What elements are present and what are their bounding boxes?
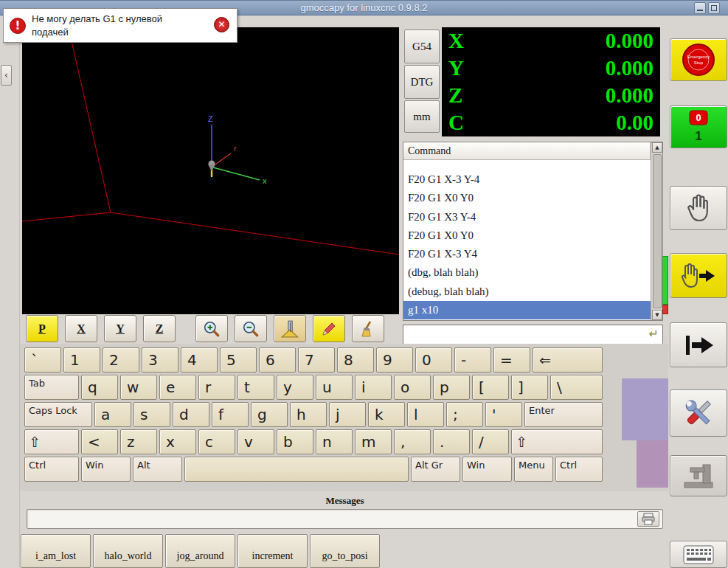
key-w[interactable]: w — [120, 375, 157, 400]
key-enter[interactable]: Enter — [524, 402, 603, 427]
key-ctrl[interactable]: Ctrl — [24, 457, 79, 482]
command-history-item[interactable]: F20 G1 X-3 Y-4 — [403, 170, 651, 189]
ref-system-button[interactable]: G54 — [404, 30, 440, 63]
key-bracket-left[interactable]: [ — [472, 375, 509, 400]
key-backslash[interactable]: \ — [550, 375, 603, 400]
key-n[interactable]: n — [316, 429, 353, 454]
key-6[interactable]: 6 — [259, 347, 296, 373]
dtg-button[interactable]: DTG — [404, 65, 440, 99]
maximize-button[interactable] — [708, 2, 720, 14]
dimensions-button[interactable] — [274, 315, 306, 342]
key-comma[interactable]: , — [394, 429, 431, 454]
key-q[interactable]: q — [81, 375, 118, 400]
minimize-button[interactable] — [694, 2, 706, 14]
key-t[interactable]: t — [238, 375, 274, 400]
key-x[interactable]: x — [159, 429, 196, 454]
key-ctrl[interactable]: Ctrl — [555, 457, 603, 482]
history-scrollbar[interactable]: ▲ ▼ — [651, 142, 662, 320]
key-u[interactable]: u — [316, 375, 353, 400]
user-tab-button[interactable] — [670, 455, 727, 496]
manual-mode-button[interactable] — [670, 186, 727, 230]
key-4[interactable]: 4 — [181, 347, 218, 373]
scroll-up-icon[interactable]: ▲ — [652, 142, 662, 153]
gremlin-preview[interactable]: Z x r — [22, 27, 399, 314]
key-k[interactable]: k — [368, 402, 405, 427]
key-9[interactable]: 9 — [376, 347, 413, 373]
macro-button-halo_world[interactable]: halo_world — [93, 534, 163, 568]
key-r[interactable]: r — [198, 375, 235, 400]
units-button[interactable]: mm — [404, 100, 440, 133]
key-d[interactable]: d — [173, 402, 209, 427]
key-y[interactable]: y — [277, 375, 313, 400]
key-backspace[interactable]: ⇐ — [533, 347, 603, 373]
key-5[interactable]: 5 — [220, 347, 257, 373]
key-b[interactable]: b — [277, 429, 313, 454]
key-apostrophe[interactable]: ' — [485, 402, 522, 427]
key-backtick[interactable]: ` — [24, 347, 61, 373]
key-s[interactable]: s — [134, 402, 170, 427]
collapse-panel-button[interactable]: ‹ — [1, 65, 12, 86]
key-m[interactable]: m — [355, 429, 392, 454]
command-column-header[interactable]: Command — [403, 142, 651, 160]
key-l[interactable]: l — [407, 402, 444, 427]
clear-plot-button[interactable] — [352, 315, 384, 342]
key-2[interactable]: 2 — [103, 347, 139, 373]
mdi-mode-button[interactable] — [670, 253, 727, 298]
scrollbar-thumb[interactable] — [653, 154, 662, 308]
key-h[interactable]: h — [290, 402, 327, 427]
key-z[interactable]: z — [120, 429, 157, 454]
key-c[interactable]: c — [198, 429, 235, 454]
macro-button-increment[interactable]: increment — [238, 534, 308, 568]
key-slash[interactable]: / — [472, 429, 509, 454]
key-semicolon[interactable]: ; — [446, 402, 483, 427]
mdi-command-input[interactable] — [403, 325, 647, 344]
key-period[interactable]: . — [433, 429, 470, 454]
zoom-in-button[interactable] — [195, 315, 228, 342]
estop-button[interactable]: Emergency Stop — [670, 38, 727, 81]
preview-y-button[interactable]: Y — [104, 315, 136, 342]
command-history-item[interactable]: F20 G1 X0 Y0 — [403, 226, 651, 245]
key-0[interactable]: 0 — [415, 347, 452, 373]
keyboard-side-panel[interactable] — [637, 440, 668, 488]
key-a[interactable]: a — [94, 402, 131, 427]
macro-button-jog_around[interactable]: jog_around — [165, 534, 235, 568]
close-icon[interactable]: ✕ — [214, 17, 229, 32]
key-less-than[interactable]: < — [81, 429, 118, 454]
key-o[interactable]: o — [394, 375, 431, 400]
key-space[interactable] — [184, 457, 409, 482]
command-history-item[interactable]: F20 G1 X0 Y0 — [403, 189, 651, 207]
key-equals[interactable]: = — [493, 347, 530, 373]
settings-button[interactable] — [670, 389, 727, 437]
key-altgr[interactable]: Alt Gr — [411, 457, 460, 482]
key-v[interactable]: v — [238, 429, 274, 454]
key-i[interactable]: i — [355, 375, 392, 400]
keyboard-toggle-button[interactable] — [670, 541, 727, 568]
key-tab[interactable]: Tab — [24, 375, 79, 400]
preview-x-button[interactable]: X — [65, 315, 97, 342]
key-8[interactable]: 8 — [337, 347, 374, 373]
macro-button-go_to_posi[interactable]: go_to_posi — [310, 534, 380, 568]
key-win[interactable]: Win — [462, 457, 512, 482]
auto-mode-button[interactable] — [670, 322, 727, 367]
key-j[interactable]: j — [329, 402, 366, 427]
key-alt[interactable]: Alt — [133, 457, 182, 482]
preview-z-button[interactable]: Z — [143, 315, 176, 342]
key-capslock[interactable]: Caps Lock — [24, 402, 92, 427]
key-p[interactable]: p — [433, 375, 470, 400]
key-3[interactable]: 3 — [142, 347, 178, 373]
key-e[interactable]: e — [159, 375, 196, 400]
key-bracket-right[interactable]: ] — [511, 375, 548, 400]
command-history-item[interactable]: (dbg, blah blah) — [403, 263, 651, 282]
key-win[interactable]: Win — [81, 457, 131, 482]
command-history-item[interactable]: F20 G1 X-3 Y4 — [403, 245, 651, 263]
command-history-item[interactable]: F20 G1 X3 Y-4 — [403, 208, 651, 226]
key-7[interactable]: 7 — [298, 347, 335, 373]
command-history-item[interactable]: (debug, blah blah) — [403, 283, 651, 301]
key-shift[interactable]: ⇧ — [511, 429, 603, 454]
key-f[interactable]: f — [212, 402, 249, 427]
key-g[interactable]: g — [251, 402, 288, 427]
print-messages-button[interactable] — [637, 511, 659, 527]
key-shift[interactable]: ⇧ — [24, 429, 79, 454]
preview-p-button[interactable]: P — [26, 315, 58, 342]
draw-path-button[interactable] — [313, 315, 345, 342]
